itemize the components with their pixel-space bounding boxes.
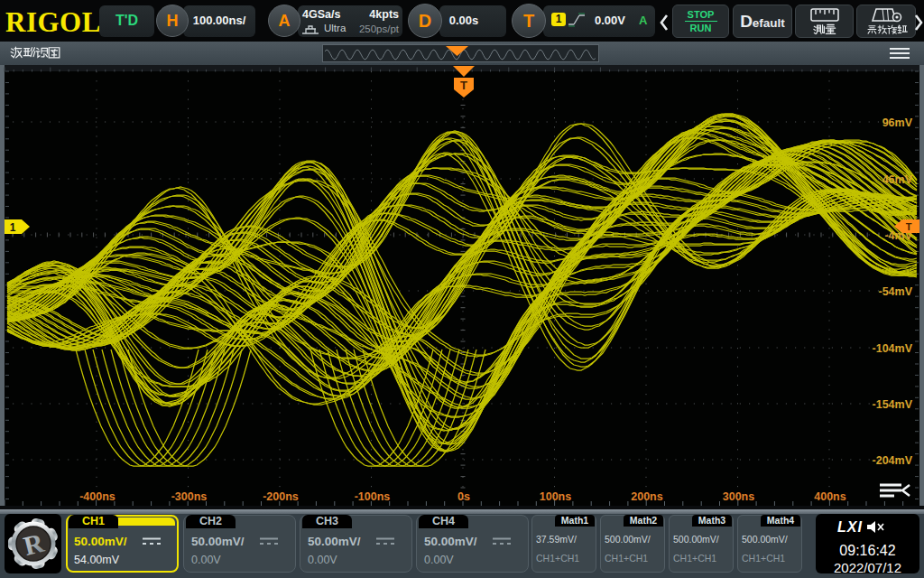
svg-text:-204mV: -204mV	[873, 454, 913, 467]
svg-text:-104mV: -104mV	[873, 342, 913, 355]
svg-text:-54mV: -54mV	[878, 285, 912, 298]
svg-text:300ns: 300ns	[723, 490, 754, 503]
svg-text:-400ns: -400ns	[79, 490, 116, 503]
svg-text:T: T	[460, 79, 467, 92]
svg-text:400ns: 400ns	[814, 490, 845, 503]
svg-text:1: 1	[10, 221, 16, 234]
svg-text:46mV: 46mV	[882, 173, 913, 186]
svg-text:96mV: 96mV	[882, 117, 913, 129]
svg-text:-200ns: -200ns	[263, 490, 299, 503]
svg-text:0s: 0s	[457, 490, 470, 503]
svg-text:-100ns: -100ns	[355, 490, 391, 503]
svg-text:-300ns: -300ns	[171, 490, 208, 503]
svg-text:-154mV: -154mV	[873, 398, 913, 411]
svg-text:200ns: 200ns	[631, 490, 662, 503]
svg-text:100ns: 100ns	[540, 490, 571, 503]
svg-text:T: T	[906, 221, 912, 232]
